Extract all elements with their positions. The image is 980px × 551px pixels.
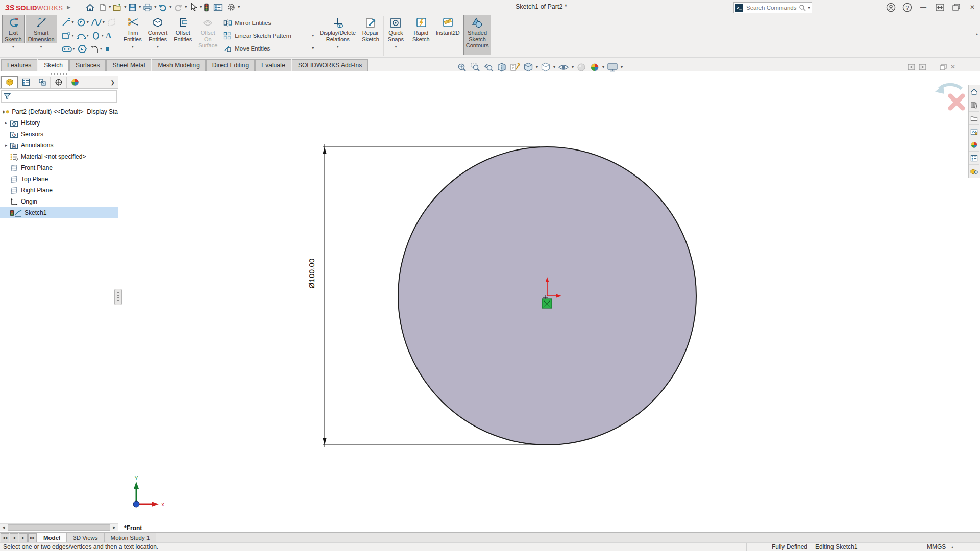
search-commands-box[interactable]: >_ ▾	[733, 2, 812, 13]
linear-sketch-pattern-dropdown[interactable]: ▾	[312, 34, 314, 38]
options-button[interactable]	[226, 2, 237, 13]
tab-sheet-metal[interactable]: Sheet Metal	[106, 59, 151, 71]
expand-arrow-icon[interactable]: ▸	[3, 143, 10, 148]
search-icon[interactable]	[799, 4, 806, 12]
units-selector[interactable]: MMGS	[927, 543, 946, 550]
quick-snaps-button[interactable]: Quick Snaps	[385, 15, 406, 43]
cancel-sketch-corner-icon[interactable]	[950, 96, 963, 108]
select-button[interactable]	[188, 2, 199, 13]
display-delete-relations-dropdown[interactable]: ▾	[337, 45, 339, 49]
print-button[interactable]	[142, 2, 153, 13]
display-style-button[interactable]	[539, 61, 552, 73]
apply-scene-button[interactable]	[588, 61, 601, 73]
quick-snaps-dropdown[interactable]: ▾	[395, 45, 397, 49]
tab-direct-editing[interactable]: Direct Editing	[206, 59, 255, 71]
account-button[interactable]	[884, 1, 897, 13]
tree-item-sketch1[interactable]: Sketch1	[0, 207, 118, 218]
hide-show-dropdown[interactable]: ▾	[572, 65, 574, 69]
annotation-view-button[interactable]	[508, 61, 522, 73]
undo-button[interactable]	[157, 2, 168, 13]
convert-entities-button[interactable]: Convert Entities	[145, 15, 170, 43]
fillet-tool[interactable]: ▾	[88, 44, 103, 54]
display-delete-relations-button[interactable]: Display/Delete Relations	[317, 15, 358, 43]
tab-model[interactable]: Model	[37, 533, 67, 542]
spline-dropdown[interactable]: ▾	[103, 20, 105, 24]
circle-dropdown[interactable]: ▾	[87, 20, 89, 24]
redo-dropdown[interactable]: ▾	[185, 5, 187, 9]
edit-appearance-button[interactable]	[575, 61, 588, 73]
panel-expand-chevron[interactable]: ❯	[111, 80, 115, 85]
shaded-sketch-contours-button[interactable]: Shaded Sketch Contours	[463, 15, 492, 55]
view-orientation-dropdown[interactable]: ▾	[536, 65, 538, 69]
undo-dropdown[interactable]: ▾	[169, 5, 172, 9]
close-button[interactable]: ✕	[966, 1, 979, 13]
smart-dimension-button[interactable]: Smart Dimension	[26, 15, 57, 43]
minimize-button[interactable]: —	[917, 1, 930, 13]
hide-show-items-button[interactable]	[556, 61, 571, 73]
tree-item-top-plane[interactable]: Top Plane	[0, 173, 118, 185]
panel-splitter-handle[interactable]	[114, 289, 122, 305]
tree-item-right-plane[interactable]: Right Plane	[0, 185, 118, 196]
offset-entities-button[interactable]: Offset Entities	[171, 15, 194, 43]
tree-item-annotations[interactable]: ▸ Annotations	[0, 140, 118, 151]
tab-property-manager[interactable]	[18, 77, 34, 88]
repair-sketch-button[interactable]: Repair Sketch	[359, 15, 382, 43]
exit-sketch-button[interactable]: Exit Sketch	[2, 15, 24, 43]
new-document-dropdown[interactable]: ▾	[109, 5, 111, 9]
first-tab-button[interactable]: ◀◀	[1, 533, 9, 542]
trim-entities-button[interactable]: Trim Entities	[121, 15, 144, 43]
solidworks-content-button[interactable]	[969, 165, 979, 178]
slot-dropdown[interactable]: ▾	[73, 47, 75, 51]
tree-horizontal-scrollbar[interactable]: ◀ ▶	[0, 523, 118, 531]
tab-display-manager[interactable]	[67, 77, 83, 88]
menu-flyout-icon[interactable]: ▶	[67, 5, 70, 10]
line-tool[interactable]: ▾	[60, 17, 75, 28]
instant2d-button[interactable]: Instant2D	[433, 15, 462, 37]
arc-tool[interactable]: ▾	[75, 31, 90, 41]
slot-tool[interactable]: ▾	[60, 44, 76, 54]
rectangle-dropdown[interactable]: ▾	[72, 34, 74, 38]
display-style-dropdown[interactable]: ▾	[553, 65, 555, 69]
tab-feature-tree[interactable]	[1, 76, 18, 88]
previous-view-button[interactable]	[482, 61, 495, 73]
view-settings-dropdown[interactable]: ▾	[621, 65, 623, 69]
exit-sketch-corner-arrowhead[interactable]	[935, 85, 944, 94]
tree-item-sensors[interactable]: Sensors	[0, 129, 118, 140]
mirror-entities-button[interactable]: Mirror Entities	[223, 16, 314, 29]
expand-ui-button[interactable]	[933, 1, 946, 13]
tab-configuration-manager[interactable]	[34, 77, 51, 88]
tab-features[interactable]: Features	[1, 59, 37, 71]
restore-button[interactable]	[949, 1, 963, 13]
print-dropdown[interactable]: ▾	[154, 5, 156, 9]
apply-scene-dropdown[interactable]: ▾	[602, 65, 604, 69]
zoom-to-fit-button[interactable]	[455, 61, 469, 73]
tab-sketch[interactable]: Sketch	[38, 59, 69, 71]
tab-motion-study-1[interactable]: Motion Study 1	[105, 533, 157, 542]
move-entities-button[interactable]: Move Entities ▾	[223, 42, 314, 55]
appearances-button[interactable]	[969, 138, 979, 152]
document-close-icon[interactable]: ✕	[950, 63, 955, 70]
view-palette-button[interactable]	[969, 125, 979, 138]
last-tab-button[interactable]: ▶▶	[28, 533, 37, 542]
units-dropdown-icon[interactable]: ▴	[951, 545, 953, 549]
point-tool[interactable]	[103, 45, 112, 53]
expand-arrow-icon[interactable]: ▸	[3, 120, 10, 126]
new-document-button[interactable]	[97, 2, 108, 13]
next-tab-button[interactable]: ▶	[19, 533, 28, 542]
ellipse-tool[interactable]: ▾	[90, 31, 105, 41]
tree-item-material[interactable]: Material <not specified>	[0, 151, 118, 162]
task-pane-home-button[interactable]	[969, 85, 979, 98]
collapse-panel-right-icon[interactable]	[919, 64, 926, 70]
tree-item-origin[interactable]: Origin	[0, 196, 118, 207]
file-explorer-button[interactable]	[969, 112, 979, 125]
scroll-right-icon[interactable]: ▶	[111, 525, 118, 530]
linear-sketch-pattern-button[interactable]: Linear Sketch Pattern ▾	[223, 29, 314, 42]
open-dropdown[interactable]: ▾	[124, 5, 126, 9]
search-input[interactable]	[745, 4, 799, 11]
save-button[interactable]	[127, 2, 138, 13]
tab-3d-views[interactable]: 3D Views	[67, 533, 104, 542]
collapse-panel-left-icon[interactable]	[908, 64, 915, 70]
spline-tool[interactable]: ▾	[90, 17, 106, 28]
exit-sketch-dropdown[interactable]: ▾	[12, 45, 14, 49]
view-settings-button[interactable]	[605, 61, 620, 73]
